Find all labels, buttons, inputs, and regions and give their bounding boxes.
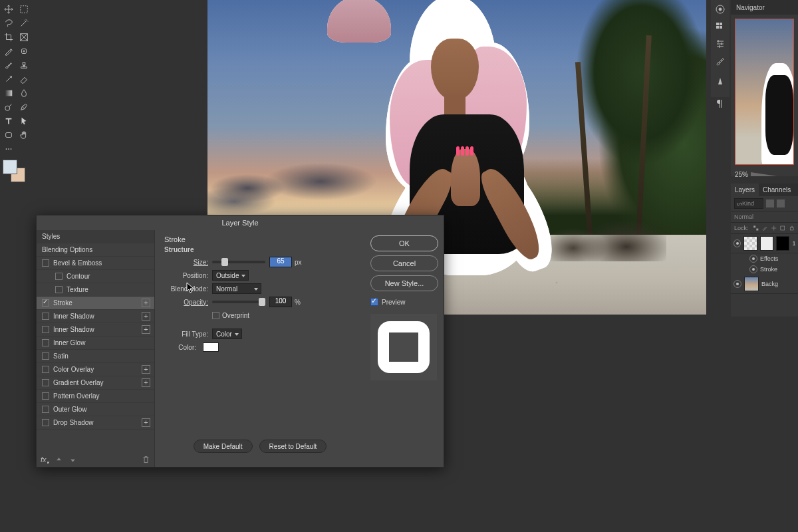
marquee-tool-icon[interactable] <box>17 3 31 16</box>
fill-type-select[interactable]: Color <box>212 329 242 339</box>
preview-checkbox-row[interactable]: Preview <box>370 298 438 306</box>
layers-panel: Layers Channels ᔕ Kind Normal Lock: 1 Ef… <box>731 184 798 317</box>
cancel-button[interactable]: Cancel <box>370 255 438 271</box>
color-overlay-row[interactable]: Color Overlay+ <box>37 363 154 376</box>
blend-mode-select[interactable]: Normal <box>731 211 798 223</box>
brushes-panel-icon[interactable] <box>715 56 726 66</box>
reset-default-button[interactable]: Reset to Default <box>259 440 327 453</box>
inner-glow-row[interactable]: Inner Glow <box>37 336 154 350</box>
brush-tool-icon[interactable] <box>1 59 15 72</box>
color-swatches[interactable] <box>1 160 28 184</box>
color-panel-icon[interactable] <box>715 4 726 15</box>
overprint-label: Overprint <box>222 312 249 319</box>
navigator-thumbnail[interactable] <box>735 19 794 165</box>
layer-mask-thumb <box>760 236 773 251</box>
pattern-overlay-row[interactable]: Pattern Overlay <box>37 390 154 403</box>
path-select-icon[interactable] <box>17 114 31 128</box>
healing-tool-icon[interactable] <box>17 45 31 58</box>
drop-shadow-row[interactable]: Drop Shadow+ <box>37 416 154 430</box>
tab-layers[interactable]: Layers <box>731 184 759 196</box>
zoom-slider[interactable] <box>751 172 777 176</box>
bevel-emboss-row[interactable]: Bevel & Emboss <box>37 257 154 270</box>
navigator-tab[interactable]: Navigator <box>731 0 798 15</box>
add-effect-icon[interactable]: + <box>142 325 150 334</box>
add-effect-icon[interactable]: + <box>142 365 150 374</box>
trash-icon[interactable] <box>142 456 150 464</box>
eyedropper-tool-icon[interactable] <box>1 45 15 58</box>
shape-tool-icon[interactable] <box>1 128 15 142</box>
stroke-row[interactable]: Stroke+ <box>37 297 154 310</box>
up-arrow-icon[interactable] <box>55 456 63 464</box>
wand-tool-icon[interactable] <box>17 17 31 30</box>
visibility-toggle-icon[interactable] <box>749 255 757 263</box>
add-effect-icon[interactable]: + <box>142 378 150 387</box>
size-input[interactable]: 65 <box>269 257 292 267</box>
stroke-color-swatch[interactable] <box>203 342 219 352</box>
filter-kind-select[interactable]: ᔕ Kind <box>734 198 763 209</box>
satin-row[interactable]: Satin <box>37 350 154 363</box>
character-panel-icon[interactable] <box>715 76 726 86</box>
visibility-toggle-icon[interactable] <box>733 280 741 288</box>
layer-row-background[interactable]: Backg <box>731 275 798 294</box>
effects-row[interactable]: Effects <box>731 253 798 264</box>
size-label: Size: <box>164 259 212 266</box>
stamp-tool-icon[interactable] <box>17 59 31 72</box>
opacity-input[interactable]: 100 <box>269 297 292 307</box>
size-unit: px <box>295 259 302 266</box>
fx-menu-icon[interactable]: fx▾ <box>41 456 49 464</box>
blend-mode-select[interactable]: Normal <box>212 283 261 294</box>
texture-row[interactable]: Texture <box>37 283 154 297</box>
pen-tool-icon[interactable] <box>17 100 31 114</box>
filter-pixel-icon[interactable] <box>766 200 774 207</box>
hand-tool-icon[interactable] <box>17 128 31 142</box>
eraser-tool-icon[interactable] <box>17 72 31 86</box>
preview-checkbox[interactable] <box>370 298 378 306</box>
inner-shadow-row[interactable]: Inner Shadow+ <box>37 310 154 323</box>
visibility-toggle-icon[interactable] <box>733 239 741 247</box>
make-default-button[interactable]: Make Default <box>194 440 253 453</box>
lock-artboard-icon[interactable] <box>779 225 786 231</box>
contour-row[interactable]: Contour <box>37 270 154 283</box>
layer-row-1[interactable]: 1 <box>731 234 798 253</box>
position-select[interactable]: Outside <box>212 270 249 281</box>
lock-all-icon[interactable] <box>789 225 795 231</box>
dodge-tool-icon[interactable] <box>1 100 15 114</box>
lock-move-icon[interactable] <box>771 225 777 231</box>
effect-stroke-row[interactable]: Stroke <box>731 264 798 275</box>
filter-adj-icon[interactable] <box>777 200 785 207</box>
new-style-button[interactable]: New Style... <box>370 275 438 291</box>
history-brush-icon[interactable] <box>1 72 15 86</box>
stroke-options: Stroke Structure Size: 65 px Position: O… <box>155 230 365 467</box>
outer-glow-row[interactable]: Outer Glow <box>37 403 154 416</box>
add-effect-icon[interactable]: + <box>142 418 150 427</box>
add-effect-icon[interactable]: + <box>142 312 150 321</box>
lasso-tool-icon[interactable] <box>1 17 15 30</box>
paragraph-panel-icon[interactable] <box>715 98 726 109</box>
lock-brush-icon[interactable] <box>761 225 768 231</box>
down-arrow-icon[interactable] <box>68 456 77 464</box>
gradient-tool-icon[interactable] <box>1 86 15 100</box>
inner-shadow-row-2[interactable]: Inner Shadow+ <box>37 323 154 336</box>
swatches-panel-icon[interactable] <box>715 21 726 32</box>
foreground-color-swatch[interactable] <box>3 160 17 174</box>
crop-tool-icon[interactable] <box>1 31 15 44</box>
move-tool-icon[interactable] <box>1 3 15 16</box>
type-tool-icon[interactable] <box>1 114 15 128</box>
adjustments-panel-icon[interactable] <box>715 39 726 49</box>
svg-rect-11 <box>716 23 719 25</box>
tab-channels[interactable]: Channels <box>759 184 795 196</box>
add-stroke-icon[interactable]: + <box>142 299 150 307</box>
blend-mode-label: Blend Mode: <box>164 285 212 293</box>
opacity-slider[interactable] <box>212 301 265 303</box>
gradient-overlay-row[interactable]: Gradient Overlay+ <box>37 376 154 390</box>
visibility-toggle-icon[interactable] <box>749 265 757 273</box>
size-slider[interactable] <box>212 261 265 263</box>
layer-name: Backg <box>761 281 778 287</box>
overprint-checkbox[interactable] <box>212 312 219 319</box>
frame-tool-icon[interactable] <box>17 31 31 44</box>
dots-icon[interactable] <box>1 142 16 156</box>
blur-tool-icon[interactable] <box>17 86 31 100</box>
ok-button[interactable]: OK <box>370 235 438 251</box>
blending-options-row[interactable]: Blending Options <box>37 243 154 257</box>
lock-transparency-icon[interactable] <box>753 225 759 231</box>
